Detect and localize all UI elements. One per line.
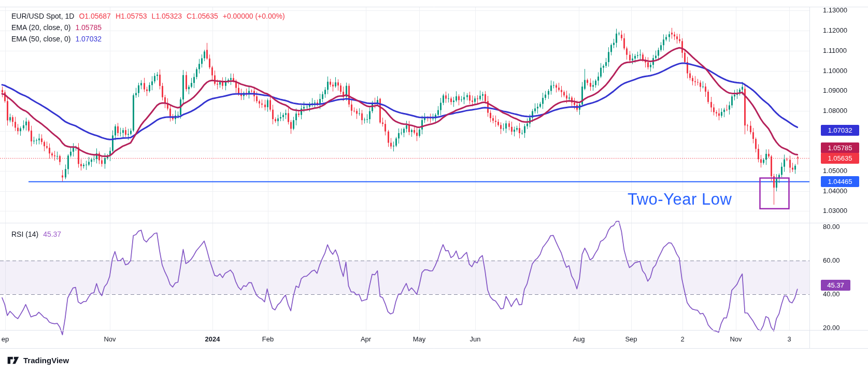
price-axis-label: 1.11000	[823, 46, 847, 55]
time-axis-label: May	[413, 335, 426, 343]
price-badge: 1.05635	[821, 153, 859, 164]
rsi-label[interactable]: RSI (14)	[11, 230, 38, 238]
price-axis-label: 1.04000	[823, 187, 847, 196]
time-axis-label: 2	[680, 335, 684, 343]
price-axis-label: 1.05000	[823, 166, 847, 176]
ema50-legend[interactable]: EMA (50, close, 0)1.07032	[11, 35, 106, 43]
price-axis-label: 1.08000	[823, 106, 847, 116]
ema20-label[interactable]: EMA (20, close, 0)	[11, 23, 70, 32]
ema20-value: 1.05785	[75, 23, 102, 32]
chart-widget: EUR/USD Spot, 1DO1.05687H1.05753L1.05323…	[0, 0, 868, 372]
ohlc-high: H1.05753	[116, 12, 147, 20]
rsi-value: 45.37	[43, 230, 61, 238]
rsi-axis-label: 40.00	[823, 290, 840, 299]
price-badge: 1.07032	[821, 125, 859, 136]
rsi-axis-label: 20.00	[823, 323, 840, 333]
rsi-axis-label: 80.00	[823, 222, 840, 232]
chart-canvas[interactable]	[0, 0, 868, 372]
symbol-title[interactable]: EUR/USD Spot, 1D	[11, 12, 74, 20]
rsi-axis-label: 60.00	[823, 256, 840, 265]
tradingview-logo-text: TradingView	[23, 356, 69, 365]
tradingview-logo-icon	[7, 355, 19, 365]
time-axis-label: Feb	[262, 335, 274, 343]
time-axis-label: Nov	[730, 335, 742, 343]
time-axis-label: 2024	[205, 335, 220, 343]
time-axis-label: Nov	[104, 335, 116, 343]
tradingview-logo[interactable]: TradingView	[7, 355, 69, 365]
ema50-label[interactable]: EMA (50, close, 0)	[11, 35, 70, 43]
time-axis-label: Sep	[625, 335, 637, 343]
ohlc-open: O1.05687	[79, 12, 111, 20]
annotation-two-year-low[interactable]: Two-Year Low	[628, 190, 732, 209]
ohlc-close: C1.05635	[187, 12, 218, 20]
time-axis-label: Apr	[361, 335, 371, 343]
time-axis-label: 3	[787, 335, 791, 343]
ema50-value: 1.07032	[75, 35, 102, 43]
price-axis-label: 1.10000	[823, 66, 847, 76]
price-axis-label: 1.12000	[823, 26, 847, 35]
ema20-legend[interactable]: EMA (20, close, 0)1.05785	[11, 23, 106, 32]
time-axis-label: Aug	[573, 335, 585, 343]
price-axis-label: 1.13000	[823, 6, 847, 15]
ohlc-change: +0.00000 (+0.00%)	[223, 12, 285, 20]
price-axis-label: 1.03000	[823, 206, 847, 216]
time-axis-label: Jun	[470, 335, 481, 343]
ohlc-low: L1.05323	[152, 12, 182, 20]
rsi-legend[interactable]: RSI (14)45.37	[11, 230, 66, 238]
symbol-legend[interactable]: EUR/USD Spot, 1DO1.05687H1.05753L1.05323…	[11, 12, 290, 20]
time-axis-label: ep	[2, 335, 9, 343]
price-badge: 1.05785	[821, 142, 859, 153]
price-badge: 1.04465	[821, 176, 859, 187]
price-axis-label: 1.09000	[823, 86, 847, 95]
rsi-badge: 45.37	[821, 280, 850, 291]
